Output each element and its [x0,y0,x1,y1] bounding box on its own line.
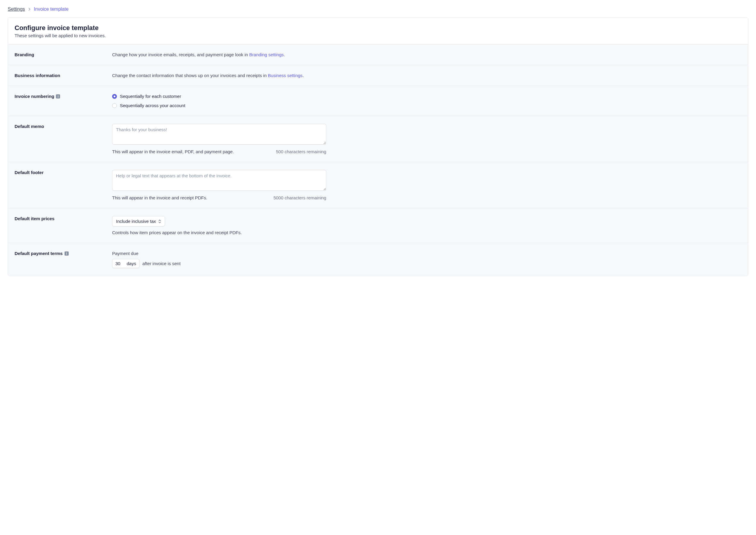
memo-textarea[interactable] [112,124,326,145]
numbering-radio-group: Sequentially for each customer Sequentia… [112,94,742,108]
panel-header: Configure invoice template These setting… [8,17,748,44]
label-branding: Branding [14,52,112,57]
prices-helper: Controls how item prices appear on the i… [112,230,742,235]
payment-due-label: Payment due [112,251,742,256]
business-settings-link[interactable]: Business settings [268,73,303,78]
branding-text: Change how your invoice emails, receipts… [112,52,742,57]
radio-checked-icon [112,94,117,99]
row-prices: Default item prices Include inclusive ta… [8,208,748,243]
breadcrumb: Settings Invoice template [0,0,756,17]
info-icon[interactable]: i [65,251,69,256]
row-numbering: Invoice numbering i Sequentially for eac… [8,86,748,116]
breadcrumb-invoice-template[interactable]: Invoice template [34,7,69,12]
label-footer: Default footer [14,170,112,200]
settings-panel: Configure invoice template These setting… [8,17,748,276]
radio-across-account[interactable]: Sequentially across your account [112,103,742,108]
label-memo: Default memo [14,124,112,154]
chevron-right-icon [28,8,31,11]
label-prices: Default item prices [14,216,112,235]
row-terms: Default payment terms i Payment due days… [8,243,748,276]
row-business: Business information Change the contact … [8,65,748,86]
label-numbering: Invoice numbering [14,94,54,99]
days-unit: days [127,261,136,266]
row-branding: Branding Change how your invoice emails,… [8,44,748,65]
days-input-box: days [112,259,140,268]
radio-unchecked-icon [112,103,117,108]
row-footer: Default footer This will appear in the i… [8,162,748,208]
memo-count: 500 characters remaining [276,149,326,154]
footer-count: 5000 characters remaining [273,195,326,200]
after-text: after invoice is sent [143,261,180,266]
row-memo: Default memo This will appear in the inv… [8,116,748,162]
label-terms: Default payment terms [14,251,63,256]
label-business: Business information [14,73,112,78]
days-input[interactable] [115,261,124,266]
info-icon[interactable]: i [56,94,60,99]
prices-select[interactable]: Include inclusive tax [112,216,165,226]
memo-helper: This will appear in the invoice email, P… [112,149,234,154]
breadcrumb-settings[interactable]: Settings [8,7,25,12]
radio-per-customer[interactable]: Sequentially for each customer [112,94,742,99]
footer-textarea[interactable] [112,170,326,191]
footer-helper: This will appear in the invoice and rece… [112,195,207,200]
branding-settings-link[interactable]: Branding settings [249,52,284,57]
business-text: Change the contact information that show… [112,73,742,78]
select-updown-icon [158,219,161,223]
page-subtitle: These settings will be applied to new in… [14,33,742,38]
page-title: Configure invoice template [14,24,742,32]
